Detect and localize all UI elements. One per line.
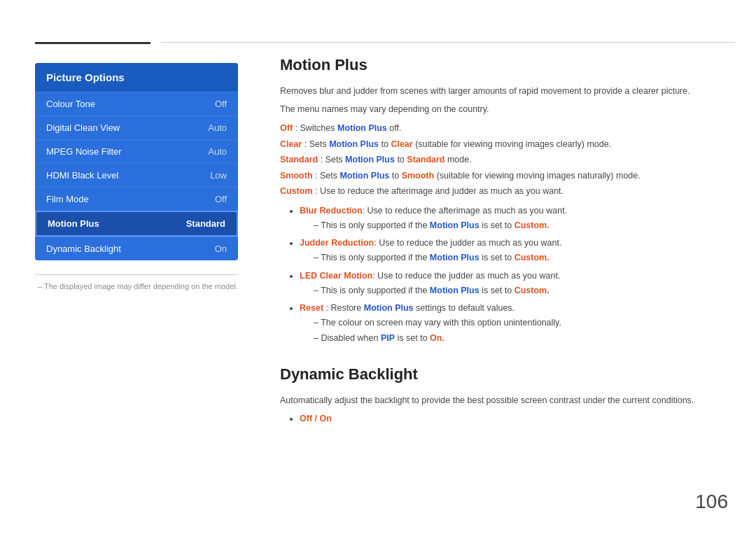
motion-plus-desc1: Removes blur and judder from scenes with… <box>280 84 728 98</box>
motion-plus-definitions: Off : Switches Motion Plus off.Clear : S… <box>280 120 728 199</box>
menu-item-value: Off <box>215 99 227 109</box>
menu-item-dynamic-backlight[interactable]: Dynamic Backlight On <box>35 237 238 260</box>
sub-bullet: This is only supported if the Motion Plu… <box>314 218 728 233</box>
mp-def-clear: Clear : Sets Motion Plus to Clear (suita… <box>280 136 728 153</box>
menu-item-label: HDMI Black Level <box>46 170 118 181</box>
menu-item-label: Motion Plus <box>48 218 99 229</box>
sub-bullet-color: The colour on screen may vary with this … <box>314 316 728 330</box>
main-content: Motion Plus Removes blur and judder from… <box>280 56 728 446</box>
motion-plus-bullets: Blur Reduction: Use to reduce the afteri… <box>300 204 728 346</box>
menu-item-mpeg-noise-filter[interactable]: MPEG Noise Filter Auto <box>35 139 238 163</box>
sub-bullet: This is only supported if the Motion Plu… <box>314 283 728 298</box>
bullet-item-judder-reduction: Judder Reduction: Use to reduce the judd… <box>300 236 728 266</box>
menu-item-value: Off <box>215 194 227 204</box>
dynamic-backlight-desc: Automatically adjust the backlight to pr… <box>280 393 728 407</box>
menu-item-film-mode[interactable]: Film Mode Off <box>35 187 238 211</box>
menu-item-value: On <box>215 244 227 254</box>
dynamic-backlight-options: Off / On <box>300 412 728 426</box>
menu-item-colour-tone[interactable]: Colour Tone Off <box>35 92 238 115</box>
dynamic-backlight-option-item: Off / On <box>300 412 728 426</box>
dynamic-backlight-title: Dynamic Backlight <box>280 365 728 384</box>
mp-def-off: Off : Switches Motion Plus off. <box>280 120 728 136</box>
page-number: 106 <box>695 491 728 513</box>
menu-item-digital-clean-view[interactable]: Digital Clean View Auto <box>35 115 238 139</box>
menu-box: Picture Options Colour Tone OffDigital C… <box>35 63 238 260</box>
menu-item-value: Auto <box>208 146 227 157</box>
sidebar-note: – The displayed image may differ dependi… <box>35 274 238 290</box>
mp-def-standard: Standard : Sets Motion Plus to Standard … <box>280 152 728 168</box>
bullet-item-blur-reduction: Blur Reduction: Use to reduce the afteri… <box>300 204 728 234</box>
menu-item-motion-plus[interactable]: Motion Plus Standard <box>35 211 238 237</box>
menu-item-label: Dynamic Backlight <box>46 244 121 254</box>
mp-def-custom: Custom : Use to reduce the afterimage an… <box>280 183 728 199</box>
menu-item-label: MPEG Noise Filter <box>46 146 122 157</box>
sidebar: Picture Options Colour Tone OffDigital C… <box>35 63 238 290</box>
dynamic-backlight-options-label: Off / On <box>300 414 332 423</box>
menu-header: Picture Options <box>35 63 238 92</box>
bullet-item-led-clear-motion: LED Clear Motion: Use to reduce the judd… <box>300 269 728 299</box>
motion-plus-desc2: The menu names may vary depending on the… <box>280 102 728 116</box>
menu-item-label: Digital Clean View <box>46 122 120 133</box>
motion-plus-title: Motion Plus <box>280 56 728 74</box>
sub-bullet-pip: Disabled when PIP is set to On. <box>314 331 728 346</box>
top-bar-left-line <box>35 42 150 44</box>
dynamic-backlight-section: Dynamic Backlight Automatically adjust t… <box>280 365 728 426</box>
menu-item-hdmi-black-level[interactable]: HDMI Black Level Low <box>35 163 238 187</box>
bullet-item-reset: Reset : Restore Motion Plus settings to … <box>300 301 728 346</box>
top-bar-right-line <box>161 42 735 43</box>
menu-item-label: Colour Tone <box>46 99 95 109</box>
menu-item-value: Auto <box>208 122 227 133</box>
mp-def-smooth: Smooth : Sets Motion Plus to Smooth (sui… <box>280 168 728 184</box>
sub-bullet: This is only supported if the Motion Plu… <box>314 251 728 265</box>
motion-plus-section: Motion Plus Removes blur and judder from… <box>280 56 728 346</box>
menu-items: Colour Tone OffDigital Clean View AutoMP… <box>35 92 238 260</box>
menu-item-value: Standard <box>186 218 225 229</box>
menu-item-value: Low <box>210 170 227 181</box>
menu-item-label: Film Mode <box>46 194 89 204</box>
top-bar <box>0 42 756 43</box>
